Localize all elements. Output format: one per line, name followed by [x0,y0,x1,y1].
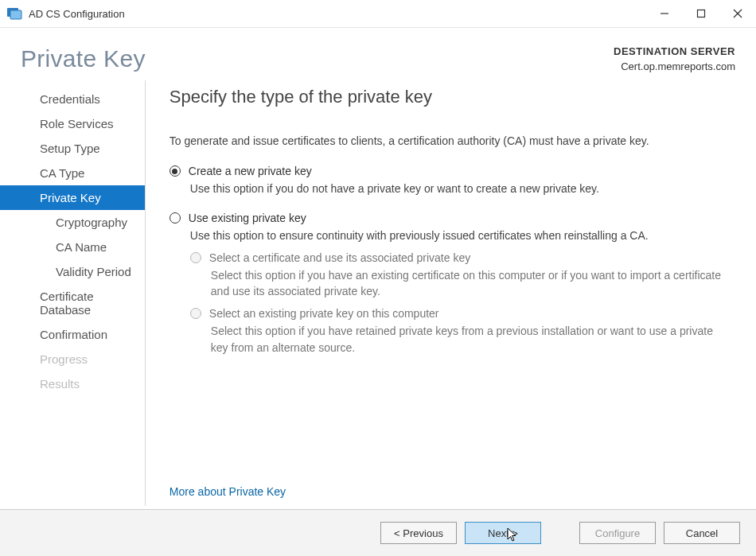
subopt-select-existing-key: Select an existing private key on this c… [190,307,732,356]
nav-item-role-services[interactable]: Role Services [22,111,145,136]
nav-item-ca-type[interactable]: CA Type [22,161,145,185]
content-heading: Specify the type of the private key [170,87,732,107]
nav-item-private-key[interactable]: Private Key [0,185,145,210]
app-icon [6,6,22,21]
header: Private Key DESTINATION SERVER Cert.op.m… [0,28,756,80]
radio-label: Select an existing private key on this c… [209,307,439,320]
nav-item-certificate-database[interactable]: Certificate Database [22,284,145,322]
destination-server: Cert.op.memreports.com [614,60,735,72]
destination-label: DESTINATION SERVER [614,45,735,57]
next-button[interactable]: Next > [465,522,541,544]
content-intro: To generate and issue certificates to cl… [170,133,732,149]
close-button[interactable] [719,0,756,27]
option-desc: Select this option if you have retained … [211,323,732,356]
footer: < Previous Next > Configure Cancel [0,509,756,556]
option-use-existing: Use existing private key Use this option… [170,212,732,356]
option-create-new: Create a new private key Use this option… [170,165,732,196]
radio-icon [190,308,201,319]
radio-create-new[interactable]: Create a new private key [170,165,732,177]
sidebar: CredentialsRole ServicesSetup TypeCA Typ… [0,80,146,506]
nav-item-validity-period[interactable]: Validity Period [22,259,145,284]
nav-item-progress: Progress [22,347,145,371]
configure-button: Configure [579,522,656,544]
radio-select-certificate: Select a certificate and use its associa… [190,251,732,264]
svg-rect-1 [10,10,21,19]
nav-item-cryptography[interactable]: Cryptography [22,210,145,235]
cancel-button[interactable]: Cancel [664,522,740,544]
nav-item-setup-type[interactable]: Setup Type [22,136,145,161]
option-desc: Select this option if you have an existi… [211,267,732,300]
svg-rect-3 [698,10,705,17]
radio-icon [190,252,201,263]
radio-label: Create a new private key [189,165,312,177]
nav-item-confirmation[interactable]: Confirmation [22,322,145,347]
previous-button[interactable]: < Previous [380,522,457,544]
option-desc: Use this option if you do not have a pri… [190,181,732,196]
maximize-button[interactable] [683,0,719,27]
next-button-label: Next > [488,527,518,539]
radio-label: Use existing private key [189,212,306,224]
subopt-select-certificate: Select a certificate and use its associa… [190,251,732,300]
nav-item-ca-name[interactable]: CA Name [22,235,145,259]
radio-icon [170,165,181,177]
minimize-button[interactable] [646,0,683,27]
destination-info: DESTINATION SERVER Cert.op.memreports.co… [614,45,735,72]
radio-label: Select a certificate and use its associa… [209,251,470,264]
titlebar: AD CS Configuration [0,0,756,28]
page-title: Private Key [21,45,146,72]
radio-icon [170,212,181,224]
option-desc: Use this option to ensure continuity wit… [190,227,732,243]
radio-select-existing-key: Select an existing private key on this c… [190,307,732,320]
wizard-window: AD CS Configuration Private Key DESTINAT… [0,0,756,556]
content-pane: Specify the type of the private key To g… [146,80,756,506]
radio-use-existing[interactable]: Use existing private key [170,212,732,224]
more-link[interactable]: More about Private Key [170,461,732,498]
body: CredentialsRole ServicesSetup TypeCA Typ… [0,80,756,509]
nav-item-results: Results [22,371,145,396]
window-title: AD CS Configuration [29,8,125,20]
nav-item-credentials[interactable]: Credentials [22,87,145,111]
